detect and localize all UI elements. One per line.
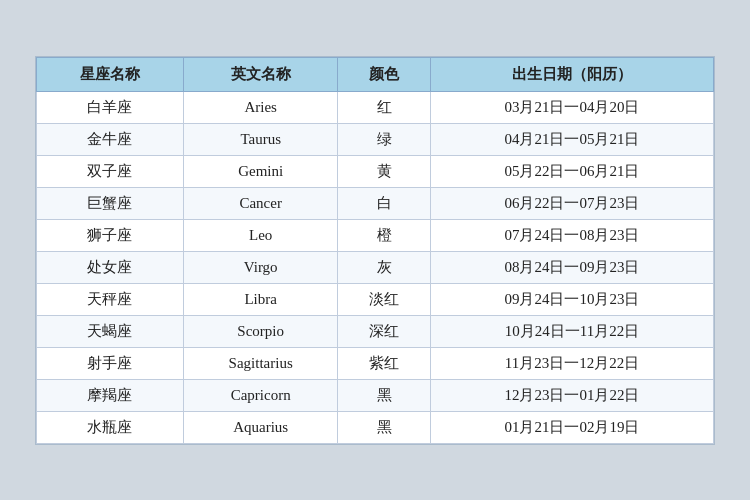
header-chinese-name: 星座名称 bbox=[37, 57, 184, 91]
cell-color: 白 bbox=[338, 187, 431, 219]
cell-chinese: 双子座 bbox=[37, 155, 184, 187]
header-color: 颜色 bbox=[338, 57, 431, 91]
cell-chinese: 狮子座 bbox=[37, 219, 184, 251]
cell-dates: 07月24日一08月23日 bbox=[430, 219, 713, 251]
cell-color: 灰 bbox=[338, 251, 431, 283]
cell-color: 黄 bbox=[338, 155, 431, 187]
zodiac-table: 星座名称 英文名称 颜色 出生日期（阳历） 白羊座Aries红03月21日一04… bbox=[36, 57, 714, 444]
cell-chinese: 金牛座 bbox=[37, 123, 184, 155]
table-row: 金牛座Taurus绿04月21日一05月21日 bbox=[37, 123, 714, 155]
cell-chinese: 天蝎座 bbox=[37, 315, 184, 347]
table-row: 双子座Gemini黄05月22日一06月21日 bbox=[37, 155, 714, 187]
cell-dates: 11月23日一12月22日 bbox=[430, 347, 713, 379]
cell-dates: 05月22日一06月21日 bbox=[430, 155, 713, 187]
table-row: 处女座Virgo灰08月24日一09月23日 bbox=[37, 251, 714, 283]
cell-color: 黑 bbox=[338, 379, 431, 411]
cell-dates: 10月24日一11月22日 bbox=[430, 315, 713, 347]
cell-chinese: 摩羯座 bbox=[37, 379, 184, 411]
table-body: 白羊座Aries红03月21日一04月20日金牛座Taurus绿04月21日一0… bbox=[37, 91, 714, 443]
cell-color: 紫红 bbox=[338, 347, 431, 379]
cell-english: Gemini bbox=[183, 155, 338, 187]
cell-english: Cancer bbox=[183, 187, 338, 219]
table-row: 水瓶座Aquarius黑01月21日一02月19日 bbox=[37, 411, 714, 443]
table-row: 摩羯座Capricorn黑12月23日一01月22日 bbox=[37, 379, 714, 411]
zodiac-table-container: 星座名称 英文名称 颜色 出生日期（阳历） 白羊座Aries红03月21日一04… bbox=[35, 56, 715, 445]
cell-dates: 09月24日一10月23日 bbox=[430, 283, 713, 315]
cell-chinese: 射手座 bbox=[37, 347, 184, 379]
cell-dates: 03月21日一04月20日 bbox=[430, 91, 713, 123]
cell-dates: 04月21日一05月21日 bbox=[430, 123, 713, 155]
cell-english: Sagittarius bbox=[183, 347, 338, 379]
cell-color: 绿 bbox=[338, 123, 431, 155]
cell-english: Capricorn bbox=[183, 379, 338, 411]
cell-chinese: 水瓶座 bbox=[37, 411, 184, 443]
cell-chinese: 白羊座 bbox=[37, 91, 184, 123]
cell-color: 红 bbox=[338, 91, 431, 123]
table-row: 白羊座Aries红03月21日一04月20日 bbox=[37, 91, 714, 123]
cell-english: Libra bbox=[183, 283, 338, 315]
table-row: 射手座Sagittarius紫红11月23日一12月22日 bbox=[37, 347, 714, 379]
table-header-row: 星座名称 英文名称 颜色 出生日期（阳历） bbox=[37, 57, 714, 91]
cell-english: Aries bbox=[183, 91, 338, 123]
cell-color: 橙 bbox=[338, 219, 431, 251]
cell-chinese: 处女座 bbox=[37, 251, 184, 283]
cell-color: 黑 bbox=[338, 411, 431, 443]
cell-color: 淡红 bbox=[338, 283, 431, 315]
header-dates: 出生日期（阳历） bbox=[430, 57, 713, 91]
cell-dates: 12月23日一01月22日 bbox=[430, 379, 713, 411]
table-row: 巨蟹座Cancer白06月22日一07月23日 bbox=[37, 187, 714, 219]
table-row: 天秤座Libra淡红09月24日一10月23日 bbox=[37, 283, 714, 315]
cell-dates: 06月22日一07月23日 bbox=[430, 187, 713, 219]
cell-english: Taurus bbox=[183, 123, 338, 155]
cell-english: Aquarius bbox=[183, 411, 338, 443]
cell-color: 深红 bbox=[338, 315, 431, 347]
cell-chinese: 天秤座 bbox=[37, 283, 184, 315]
cell-chinese: 巨蟹座 bbox=[37, 187, 184, 219]
table-row: 天蝎座Scorpio深红10月24日一11月22日 bbox=[37, 315, 714, 347]
header-english-name: 英文名称 bbox=[183, 57, 338, 91]
cell-english: Virgo bbox=[183, 251, 338, 283]
cell-english: Scorpio bbox=[183, 315, 338, 347]
cell-dates: 01月21日一02月19日 bbox=[430, 411, 713, 443]
table-row: 狮子座Leo橙07月24日一08月23日 bbox=[37, 219, 714, 251]
cell-english: Leo bbox=[183, 219, 338, 251]
cell-dates: 08月24日一09月23日 bbox=[430, 251, 713, 283]
